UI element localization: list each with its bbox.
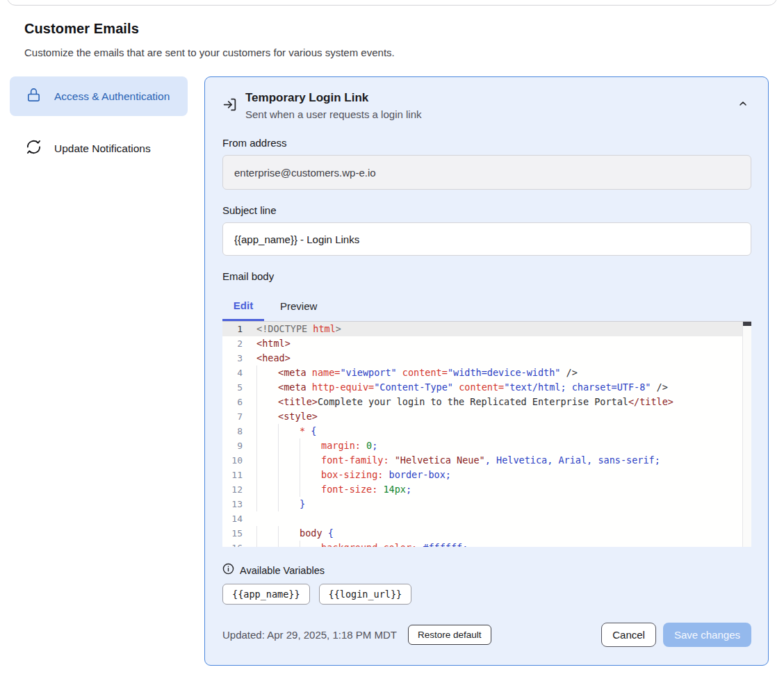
code-line-content: font-size: 14px; <box>256 482 742 497</box>
card-title: Temporary Login Link <box>245 89 421 107</box>
editor-line[interactable]: 13} <box>222 497 742 511</box>
code-line-content: <title>Complete your login to the Replic… <box>256 395 742 409</box>
indent-guide <box>256 541 278 547</box>
editor-line[interactable]: 3<head> <box>222 351 742 366</box>
indent-guide <box>256 366 278 380</box>
editor-line[interactable]: 11box-sizing: border-box; <box>222 468 742 482</box>
login-icon <box>222 97 237 115</box>
indent-guide <box>278 497 300 511</box>
line-number: 16 <box>222 541 256 547</box>
lock-icon <box>26 87 42 106</box>
sidebar-item-update-notifications[interactable]: Update Notifications <box>10 129 188 168</box>
variable-chip-login-url[interactable]: {{login_url}} <box>319 584 412 605</box>
sidebar-item-label: Update Notifications <box>54 140 151 157</box>
editor-line[interactable]: 7<style> <box>222 409 742 424</box>
editor-line[interactable]: 14 <box>222 511 742 526</box>
page-title: Customer Emails <box>24 21 650 37</box>
line-number: 1 <box>222 322 256 336</box>
indent-guide <box>278 424 300 438</box>
restore-default-button[interactable]: Restore default <box>408 625 491 645</box>
line-number: 13 <box>222 497 256 511</box>
editor-line[interactable]: 5<meta http-equiv="Content-Type" content… <box>222 380 742 395</box>
editor-line[interactable]: 9margin: 0; <box>222 438 742 453</box>
line-number: 15 <box>222 526 256 541</box>
line-number: 5 <box>222 380 256 395</box>
save-changes-button[interactable]: Save changes <box>663 623 751 647</box>
code-line-content <box>256 511 742 526</box>
card-header: Temporary Login Link Sent when a user re… <box>222 88 751 122</box>
editor-line[interactable]: 16background-color: #ffffff; <box>222 541 742 547</box>
card-subtitle: Sent when a user requests a login link <box>245 107 421 122</box>
line-number: 10 <box>222 453 256 468</box>
line-number: 12 <box>222 482 256 497</box>
indent-guide <box>278 453 300 468</box>
indent-guide <box>300 541 321 547</box>
variable-chip-app-name[interactable]: {{app_name}} <box>222 584 310 605</box>
indent-guide <box>278 468 300 482</box>
email-body-label: Email body <box>222 270 751 282</box>
code-line-content: <html> <box>256 336 742 351</box>
editor-line[interactable]: 15body { <box>222 526 742 541</box>
collapse-button[interactable] <box>735 95 751 114</box>
indent-guide <box>256 395 278 409</box>
editor-scrollbar-thumb[interactable] <box>743 322 751 326</box>
indent-guide <box>300 482 321 497</box>
code-line-content: <meta http-equiv="Content-Type" content=… <box>256 380 742 395</box>
email-body-tabs: Edit Preview <box>222 291 751 321</box>
sidebar-item-access-authentication[interactable]: Access & Authentication <box>10 76 188 116</box>
indent-guide <box>256 453 278 468</box>
temporary-login-link-card: Temporary Login Link Sent when a user re… <box>204 76 769 666</box>
line-number: 8 <box>222 424 256 438</box>
code-line-content: font-family: "Helvetica Neue", Helvetica… <box>256 453 742 468</box>
line-number: 3 <box>222 351 256 366</box>
indent-guide <box>278 541 300 547</box>
code-line-content: <meta name="viewport" content="width=dev… <box>256 366 742 380</box>
email-types-sidebar: Access & Authentication Update Notificat… <box>10 76 188 168</box>
editor-line[interactable]: 12font-size: 14px; <box>222 482 742 497</box>
code-line-content: <!DOCTYPE html> <box>256 322 742 336</box>
line-number: 11 <box>222 468 256 482</box>
indent-guide <box>256 380 278 395</box>
from-address-input <box>222 155 751 190</box>
line-number: 9 <box>222 438 256 453</box>
updated-timestamp: Updated: Apr 29, 2025, 1:18 PM MDT <box>222 629 397 641</box>
subject-line-input[interactable] <box>222 222 751 256</box>
tab-edit[interactable]: Edit <box>222 291 264 321</box>
indent-guide <box>256 526 278 541</box>
indent-guide <box>256 497 278 511</box>
from-address-label: From address <box>222 137 751 149</box>
editor-line[interactable]: 4<meta name="viewport" content="width=de… <box>222 366 742 380</box>
variable-chips: {{app_name}} {{login_url}} <box>222 584 751 605</box>
email-body-code-editor[interactable]: 1<!DOCTYPE html>2<html>3<head>4<meta nam… <box>222 321 751 547</box>
editor-line[interactable]: 10font-family: "Helvetica Neue", Helveti… <box>222 453 742 468</box>
info-icon <box>222 563 234 577</box>
line-number: 7 <box>222 409 256 424</box>
indent-guide <box>300 453 321 468</box>
subject-line-label: Subject line <box>222 204 751 216</box>
code-line-content: * { <box>256 424 742 438</box>
indent-guide <box>300 468 321 482</box>
line-number: 14 <box>222 511 256 526</box>
cancel-button[interactable]: Cancel <box>601 623 656 647</box>
code-line-content: background-color: #ffffff; <box>256 541 742 547</box>
indent-guide <box>300 438 321 453</box>
editor-line[interactable]: 8* { <box>222 424 742 438</box>
indent-guide <box>256 438 278 453</box>
editor-scrollbar-track[interactable] <box>742 322 751 547</box>
line-number: 2 <box>222 336 256 351</box>
code-line-content: <head> <box>256 351 742 366</box>
editor-line[interactable]: 6<title>Complete your login to the Repli… <box>222 395 742 409</box>
page-description: Customize the emails that are sent to yo… <box>24 47 650 58</box>
indent-guide <box>278 438 300 453</box>
editor-line[interactable]: 1<!DOCTYPE html> <box>222 322 742 336</box>
sidebar-item-label: Access & Authentication <box>54 88 170 105</box>
indent-guide <box>256 468 278 482</box>
code-line-content: <style> <box>256 409 742 424</box>
code-line-content: margin: 0; <box>256 438 742 453</box>
indent-guide <box>256 424 278 438</box>
previous-card-bottom-edge <box>7 0 777 6</box>
indent-guide <box>278 482 300 497</box>
editor-line[interactable]: 2<html> <box>222 336 742 351</box>
page-header: Customer Emails Customize the emails tha… <box>24 21 650 58</box>
tab-preview[interactable]: Preview <box>264 291 333 321</box>
